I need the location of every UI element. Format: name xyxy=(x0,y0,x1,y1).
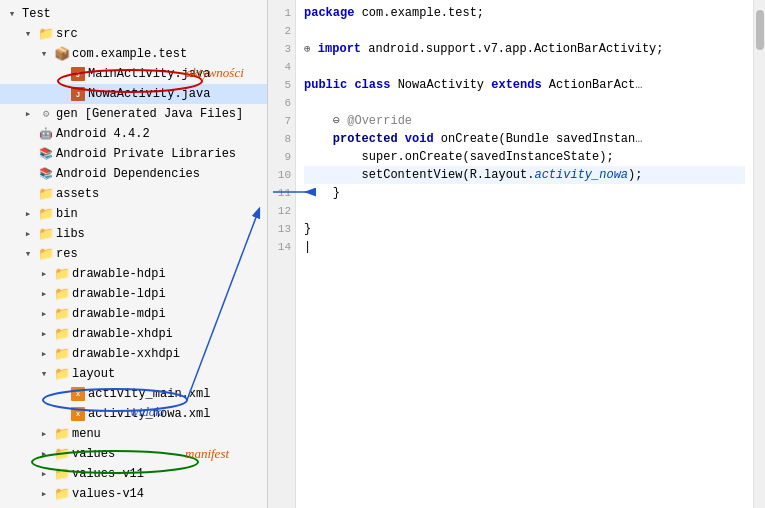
arrow-down-icon xyxy=(20,26,36,42)
xml-file-icon2: X xyxy=(70,406,86,422)
arrow-right-icon3 xyxy=(20,226,36,242)
spacer-icon xyxy=(20,186,36,202)
arrow-down-icon2 xyxy=(20,246,36,262)
arrow-right-icon8 xyxy=(36,346,52,362)
folder-icon6: 📁 xyxy=(54,266,70,282)
code-panel: 1 2 3 4 5 6 7 8 9 10 11 12 13 14 package… xyxy=(268,0,765,508)
arrow-right-icon4 xyxy=(36,266,52,282)
folder-icon12: 📁 xyxy=(54,426,70,442)
arrow-down-icon3 xyxy=(36,366,52,382)
code-line-9: super.onCreate(savedInstanceState); xyxy=(304,148,745,166)
tree-item-android442[interactable]: Android 4.4.2 xyxy=(0,124,267,144)
code-line-8: protected void onCreate(Bundle savedInst… xyxy=(304,130,745,148)
folder-icon7: 📁 xyxy=(54,286,70,302)
folder-icon11: 📁 xyxy=(54,366,70,382)
tree-item-drawable-xxhdpi[interactable]: 📁 drawable-xxhdpi xyxy=(0,344,267,364)
code-line-11: } xyxy=(304,184,745,202)
folder-icon2: 📁 xyxy=(38,186,54,202)
folder-icon9: 📁 xyxy=(54,326,70,342)
tree-item-nowaactivity[interactable]: J NowaActivity.java xyxy=(0,84,267,104)
tree-item-values[interactable]: 📁 values xyxy=(0,444,267,464)
line-numbers: 1 2 3 4 5 6 7 8 9 10 11 12 13 14 xyxy=(268,0,296,508)
spacer-icon2 xyxy=(52,386,68,402)
folder-icon8: 📁 xyxy=(54,306,70,322)
tree-item-gen[interactable]: gen [Generated Java Files] xyxy=(0,104,267,124)
code-line-10: setContentView(R.layout.activity_nowa); xyxy=(304,166,745,184)
android-icon xyxy=(38,126,54,142)
arrow-right-icon6 xyxy=(36,306,52,322)
folder-icon: 📁 xyxy=(38,26,54,42)
lib-icon xyxy=(38,146,54,162)
tree-item-libs[interactable]: 📁 libs xyxy=(0,224,267,244)
folder-icon4: 📁 xyxy=(38,226,54,242)
scroll-thumb[interactable] xyxy=(756,10,764,50)
gen-icon xyxy=(38,106,54,122)
arrow-right-icon12 xyxy=(36,486,52,502)
tree-item-drawable-mdpi[interactable]: 📁 drawable-mdpi xyxy=(0,304,267,324)
scrollbar[interactable] xyxy=(753,0,765,508)
java-file-icon: J xyxy=(70,66,86,82)
tree-item-activity-nowa-xml[interactable]: X activity_nowa.xml xyxy=(0,404,267,424)
folder-icon3: 📁 xyxy=(38,206,54,222)
code-line-14: | xyxy=(304,238,745,256)
arrow-right-icon xyxy=(20,106,36,122)
code-line-5: public class NowaActivity extends Action… xyxy=(304,76,745,94)
arrow-right-icon11 xyxy=(36,466,52,482)
code-line-2 xyxy=(304,22,745,40)
spacer-icon xyxy=(20,146,36,162)
spacer-icon xyxy=(20,166,36,182)
tree-item-src[interactable]: 📁 src xyxy=(0,24,267,44)
arrow-down-icon xyxy=(36,46,52,62)
folder-icon14: 📁 xyxy=(54,466,70,482)
java-file-icon: J xyxy=(70,86,86,102)
package-icon: 📦 xyxy=(54,46,70,62)
folder-icon13: 📁 xyxy=(54,446,70,462)
tree-item-mainactivity[interactable]: J MainActivity.java xyxy=(0,64,267,84)
arrow-right-icon7 xyxy=(36,326,52,342)
folder-icon5: 📁 xyxy=(38,246,54,262)
spacer-icon xyxy=(20,126,36,142)
code-editor[interactable]: 1 2 3 4 5 6 7 8 9 10 11 12 13 14 package… xyxy=(268,0,765,508)
tree-item-package[interactable]: 📦 com.example.test xyxy=(0,44,267,64)
arrow-right-icon9 xyxy=(36,426,52,442)
xml-file-icon: X xyxy=(70,386,86,402)
code-line-1: package com.example.test; xyxy=(304,4,745,22)
arrow-right-icon5 xyxy=(36,286,52,302)
file-tree-panel: Test 📁 src 📦 com.example.test J MainActi… xyxy=(0,0,268,508)
tree-item-activity-main-xml[interactable]: X activity_main.xml xyxy=(0,384,267,404)
lib-icon2 xyxy=(38,166,54,182)
folder-icon15: 📁 xyxy=(54,486,70,502)
arrow-right-icon10 xyxy=(36,446,52,462)
tree-item-values-w820dp[interactable]: 📁 values-w820dp xyxy=(0,504,267,508)
tree-item-values-v14[interactable]: 📁 values-v14 xyxy=(0,484,267,504)
code-content[interactable]: package com.example.test; ⊕ import andro… xyxy=(296,0,753,508)
tree-item-layout[interactable]: 📁 layout xyxy=(0,364,267,384)
tree-item-android-private[interactable]: Android Private Libraries xyxy=(0,144,267,164)
tree-item-android-dep[interactable]: Android Dependencies xyxy=(0,164,267,184)
spacer-icon3 xyxy=(52,406,68,422)
tree-item-drawable-ldpi[interactable]: 📁 drawable-ldpi xyxy=(0,284,267,304)
tree-item-test[interactable]: Test xyxy=(0,4,267,24)
tree-item-drawable-hdpi[interactable]: 📁 drawable-hdpi xyxy=(0,264,267,284)
code-line-3: ⊕ import android.support.v7.app.ActionBa… xyxy=(304,40,745,58)
tree-item-res[interactable]: 📁 res xyxy=(0,244,267,264)
tree-item-bin[interactable]: 📁 bin xyxy=(0,204,267,224)
spacer-icon xyxy=(52,86,68,102)
spacer-icon xyxy=(52,66,68,82)
tree-item-drawable-xhdpi[interactable]: 📁 drawable-xhdpi xyxy=(0,324,267,344)
code-line-7: ⊖ @Override xyxy=(304,112,745,130)
code-line-13: } xyxy=(304,220,745,238)
tree-item-values-v11[interactable]: 📁 values-v11 xyxy=(0,464,267,484)
code-line-6 xyxy=(304,94,745,112)
tree-item-assets[interactable]: 📁 assets xyxy=(0,184,267,204)
code-line-4 xyxy=(304,58,745,76)
arrow-right-icon2 xyxy=(20,206,36,222)
arrow-down-icon xyxy=(4,6,20,22)
tree-item-menu[interactable]: 📁 menu xyxy=(0,424,267,444)
code-line-12 xyxy=(304,202,745,220)
folder-icon10: 📁 xyxy=(54,346,70,362)
file-tree[interactable]: Test 📁 src 📦 com.example.test J MainActi… xyxy=(0,0,268,508)
